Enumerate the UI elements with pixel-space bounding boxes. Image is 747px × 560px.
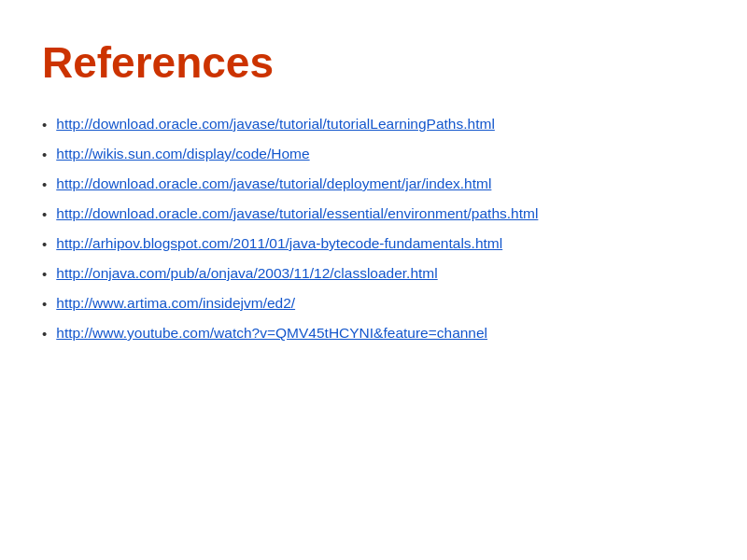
list-item: •http://download.oracle.com/javase/tutor… [42,114,705,134]
list-item: •http://onjava.com/pub/a/onjava/2003/11/… [42,263,705,284]
bullet-icon: • [42,264,47,284]
reference-link-3[interactable]: http://download.oracle.com/javase/tutori… [56,174,491,194]
list-item: •http://download.oracle.com/javase/tutor… [42,174,705,194]
reference-link-8[interactable]: http://www.youtube.com/watch?v=QMV45tHCY… [56,323,487,343]
page: References •http://download.oracle.com/j… [0,0,747,560]
bullet-icon: • [42,115,47,134]
bullet-icon: • [42,145,47,164]
bullet-icon: • [42,324,47,343]
reference-link-4[interactable]: http://download.oracle.com/javase/tutori… [56,203,538,224]
list-item: •http://download.oracle.com/javase/tutor… [42,203,705,224]
bullet-icon: • [42,234,47,254]
list-item: •http://wikis.sun.com/display/code/Home [42,144,705,164]
reference-link-5[interactable]: http://arhipov.blogspot.com/2011/01/java… [56,233,502,254]
list-item: •http://arhipov.blogspot.com/2011/01/jav… [42,233,705,254]
references-list: •http://download.oracle.com/javase/tutor… [42,114,705,343]
bullet-icon: • [42,175,47,194]
reference-link-1[interactable]: http://download.oracle.com/javase/tutori… [56,114,495,134]
list-item: •http://www.artima.com/insidejvm/ed2/ [42,293,705,314]
reference-link-2[interactable]: http://wikis.sun.com/display/code/Home [56,144,309,164]
reference-link-6[interactable]: http://onjava.com/pub/a/onjava/2003/11/1… [56,263,437,284]
bullet-icon: • [42,204,47,224]
reference-link-7[interactable]: http://www.artima.com/insidejvm/ed2/ [56,293,295,314]
bullet-icon: • [42,294,47,314]
list-item: •http://www.youtube.com/watch?v=QMV45tHC… [42,323,705,343]
page-title: References [42,37,705,88]
